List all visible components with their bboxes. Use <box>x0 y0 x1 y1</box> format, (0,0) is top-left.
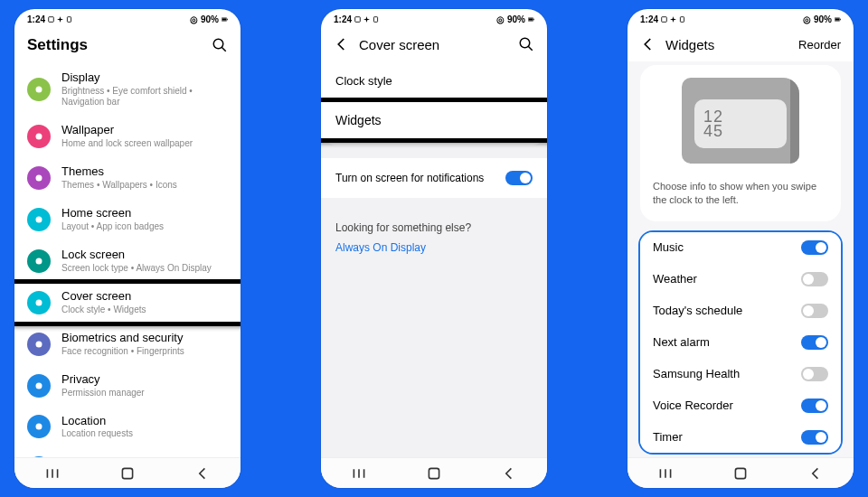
toggle-turn-on[interactable] <box>505 171 533 185</box>
row-widgets[interactable]: Widgets <box>321 100 547 140</box>
nav-bar <box>627 457 854 488</box>
settings-row-location[interactable]: Location Location requests <box>14 407 241 448</box>
header: Settings <box>14 29 241 63</box>
widget-row-today-s-schedule[interactable]: Today's schedule <box>640 295 841 326</box>
widget-toggle[interactable] <box>801 272 828 286</box>
battery-icon <box>528 16 534 23</box>
widget-toggle[interactable] <box>801 304 828 318</box>
settings-row-cover-screen[interactable]: Cover screen Clock style • Widgets <box>14 282 241 324</box>
widget-toggle[interactable] <box>801 430 828 445</box>
home-icon[interactable] <box>120 466 135 481</box>
back-icon[interactable] <box>640 36 656 52</box>
row-label: Privacy <box>61 373 228 387</box>
row-label: Lock screen <box>61 248 228 262</box>
row-sub: Permission manager <box>61 388 228 399</box>
svg-line-6 <box>222 47 226 52</box>
svg-rect-24 <box>529 18 533 20</box>
row-sub: Clock style • Widgets <box>61 305 228 315</box>
row-label: Cover screen <box>61 290 228 304</box>
settings-row-home-screen[interactable]: Home screen Layout • App icon badges <box>14 199 241 240</box>
widget-label: Timer <box>653 430 683 444</box>
widget-row-weather[interactable]: Weather <box>640 263 841 295</box>
widget-toggle[interactable] <box>801 367 828 381</box>
cover-screen-content: Clock style Widgets Turn on screen for n… <box>321 61 547 457</box>
settings-row-display[interactable]: Display Brightness • Eye comfort shield … <box>14 63 241 116</box>
settings-row-privacy[interactable]: Privacy Permission manager <box>14 365 241 407</box>
cover-screen-mock: 12 45 <box>682 78 799 164</box>
settings-row-themes[interactable]: Themes Themes • Wallpapers • Icons <box>14 157 241 199</box>
row-icon <box>27 333 51 356</box>
row-sub: Brightness • Eye comfort shield • Naviga… <box>61 86 228 108</box>
row-turn-on-notifications[interactable]: Turn on screen for notifications <box>321 158 547 198</box>
status-icon <box>373 16 379 23</box>
location-icon <box>363 16 370 23</box>
widget-toggle[interactable] <box>801 335 828 350</box>
settings-row-wallpaper[interactable]: Wallpaper Home and lock screen wallpaper <box>14 116 241 157</box>
recents-icon[interactable] <box>352 466 366 481</box>
status-bar: 1:24 ◎ 90% <box>321 9 547 29</box>
back-icon[interactable] <box>808 466 823 481</box>
looking-label: Looking for something else? <box>335 221 533 234</box>
back-icon[interactable] <box>195 466 210 481</box>
phone-widgets: 1:24 ◎ 90% Widgets Reorder 12 45 Choose … <box>627 9 854 488</box>
battery-percent: ◎ 90% <box>190 14 219 24</box>
status-icon <box>679 16 685 23</box>
status-icon <box>48 16 54 23</box>
row-icon <box>27 374 51 398</box>
location-icon <box>57 16 63 23</box>
phone-settings: 1:24 ◎ 90% Settings Display Brightness •… <box>14 9 241 488</box>
widget-toggle[interactable] <box>801 399 828 413</box>
settings-row-lock-screen[interactable]: Lock screen Screen lock type • Always On… <box>14 240 241 282</box>
svg-point-13 <box>36 341 42 347</box>
row-icon <box>27 125 51 148</box>
header: Cover screen <box>321 29 547 61</box>
clock-preview: 12 45 <box>694 99 787 148</box>
row-sub: Layout • App icon badges <box>61 221 228 232</box>
widget-row-timer[interactable]: Timer <box>640 421 841 453</box>
preview-card: 12 45 Choose info to show when you swipe… <box>640 65 841 221</box>
widget-row-samsung-health[interactable]: Samsung Health <box>640 358 841 389</box>
row-icon <box>27 78 51 101</box>
label: Turn on screen for notifications <box>335 172 484 184</box>
row-clock-style[interactable]: Clock style <box>321 61 547 100</box>
recents-icon[interactable] <box>658 466 673 481</box>
row-sub: Face recognition • Fingerprints <box>61 346 228 357</box>
row-icon <box>27 208 51 231</box>
widgets-content: 12 45 Choose info to show when you swipe… <box>627 61 854 457</box>
row-label: Location <box>61 415 228 428</box>
home-icon[interactable] <box>733 466 748 481</box>
reorder-button[interactable]: Reorder <box>798 38 841 52</box>
svg-point-5 <box>213 39 223 49</box>
row-sub: Home and lock screen wallpaper <box>61 138 228 149</box>
back-icon[interactable] <box>502 466 516 481</box>
widget-toggle[interactable] <box>801 240 828 255</box>
settings-row-google[interactable]: Google Google services <box>14 447 241 457</box>
battery-icon <box>835 16 841 23</box>
svg-rect-21 <box>355 16 361 22</box>
row-sub: Themes • Wallpapers • Icons <box>61 180 228 191</box>
row-icon <box>27 249 51 273</box>
row-label: Wallpaper <box>61 124 228 137</box>
widget-toggle-list: Music Weather Today's schedule Next alar… <box>638 230 843 455</box>
svg-rect-33 <box>680 16 684 22</box>
back-icon[interactable] <box>334 36 350 52</box>
search-icon[interactable] <box>518 36 534 52</box>
row-label: Biometrics and security <box>61 332 228 345</box>
recents-icon[interactable] <box>45 466 60 481</box>
widget-label: Music <box>653 240 684 254</box>
svg-rect-25 <box>533 18 534 19</box>
home-icon[interactable] <box>427 466 441 481</box>
svg-rect-35 <box>835 18 840 20</box>
status-bar: 1:24 ◎ 90% <box>14 9 241 29</box>
settings-row-biometrics-and-security[interactable]: Biometrics and security Face recognition… <box>14 324 241 365</box>
svg-point-7 <box>36 86 42 92</box>
widget-row-voice-recorder[interactable]: Voice Recorder <box>640 389 841 421</box>
svg-point-12 <box>36 299 42 305</box>
label: Clock style <box>335 74 392 88</box>
widget-row-next-alarm[interactable]: Next alarm <box>640 326 841 358</box>
link-always-on-display[interactable]: Always On Display <box>335 241 533 254</box>
svg-rect-0 <box>49 16 54 22</box>
status-bar: 1:24 ◎ 90% <box>627 9 854 29</box>
search-icon[interactable] <box>212 37 228 53</box>
widget-row-music[interactable]: Music <box>640 232 841 263</box>
